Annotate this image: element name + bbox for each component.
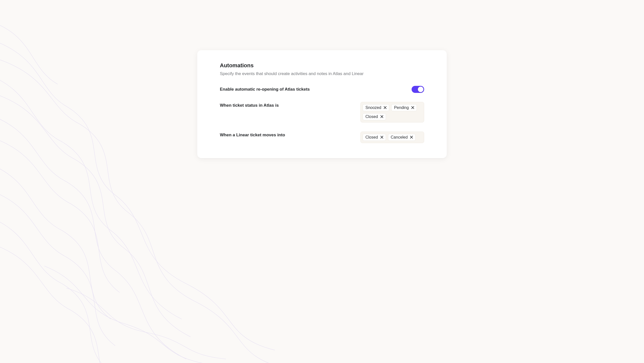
tag-label: Snoozed bbox=[365, 105, 381, 110]
automations-card: Automations Specify the events that shou… bbox=[197, 50, 447, 158]
close-icon[interactable] bbox=[410, 136, 413, 139]
enable-reopen-toggle[interactable] bbox=[412, 86, 424, 93]
close-icon[interactable] bbox=[411, 106, 414, 109]
close-icon[interactable] bbox=[384, 106, 387, 109]
card-description: Specify the events that should create ac… bbox=[220, 71, 424, 77]
close-icon[interactable] bbox=[380, 136, 383, 139]
tag-closed: Closed bbox=[363, 113, 386, 120]
enable-reopen-label: Enable automatic re-opening of Atlas tic… bbox=[220, 87, 310, 92]
tag-label: Closed bbox=[365, 114, 378, 119]
card-title: Automations bbox=[220, 62, 424, 69]
linear-moves-label: When a Linear ticket moves into bbox=[220, 132, 285, 138]
tag-label: Canceled bbox=[391, 135, 408, 140]
close-icon[interactable] bbox=[380, 115, 383, 118]
tag-pending: Pending bbox=[391, 104, 417, 111]
tag-closed-linear: Closed bbox=[363, 134, 386, 141]
tag-canceled: Canceled bbox=[388, 134, 416, 141]
atlas-status-label: When ticket status in Atlas is bbox=[220, 102, 279, 108]
linear-moves-tag-box[interactable]: Closed Canceled bbox=[360, 132, 424, 143]
toggle-knob bbox=[418, 87, 423, 92]
atlas-status-tag-box[interactable]: Snoozed Pending Closed bbox=[360, 102, 424, 123]
setting-row-enable-reopen: Enable automatic re-opening of Atlas tic… bbox=[220, 86, 424, 93]
tag-label: Closed bbox=[365, 135, 378, 140]
tag-snoozed: Snoozed bbox=[363, 104, 389, 111]
setting-row-linear-moves: When a Linear ticket moves into Closed C… bbox=[220, 132, 424, 143]
tag-label: Pending bbox=[394, 105, 409, 110]
setting-row-atlas-status: When ticket status in Atlas is Snoozed P… bbox=[220, 102, 424, 123]
